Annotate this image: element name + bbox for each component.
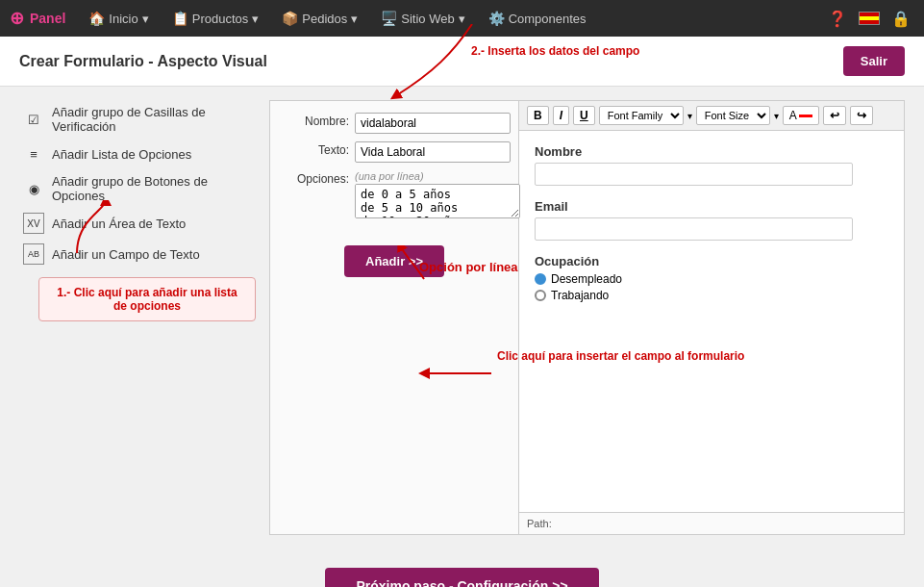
list-icon: ≡ — [23, 143, 44, 165]
radio-dot-trabajando — [535, 290, 546, 301]
textfield-icon: AB — [23, 243, 44, 265]
productos-icon: 📋 — [172, 11, 188, 26]
opciones-textarea[interactable]: de 0 a 5 años de 5 a 10 años de 10 a 20 … — [355, 184, 520, 218]
font-color-button[interactable]: A — [783, 106, 820, 125]
left-panel-annotation: 1.- Clic aquí para añadir una lista de o… — [38, 277, 256, 321]
undo-button[interactable]: ↩ — [823, 106, 846, 125]
arrow-subheader — [318, 24, 511, 101]
lock-icon[interactable]: 🔒 — [887, 6, 914, 32]
radio-group: Desempleado Trabajando — [535, 272, 888, 302]
add-annotation: Clic aquí para insertar el campo al form… — [497, 349, 744, 363]
italic-button[interactable]: I — [553, 106, 569, 125]
help-icon[interactable]: ❓ — [824, 6, 851, 32]
arrow-add — [366, 359, 520, 388]
center-panel: Nombre: Texto: Opciones: (una por línea)… — [269, 100, 519, 535]
add-radio-label: Añadir grupo de Botones de Opciones — [52, 174, 252, 203]
preview-nombre: Nombre — [535, 144, 888, 186]
nombre-label: Nombre: — [282, 113, 349, 128]
home-icon: 🏠 — [88, 11, 105, 26]
preview-ocupacion: Ocupación Desempleado Trabajando — [535, 254, 888, 302]
main-content: ☑ Añadir grupo de Casillas de Verificaci… — [0, 87, 924, 549]
pedidos-icon: 📦 — [282, 11, 298, 26]
bold-button[interactable]: B — [527, 106, 549, 125]
left-panel: ☑ Añadir grupo de Casillas de Verificaci… — [19, 100, 269, 535]
redo-button[interactable]: ↪ — [850, 106, 873, 125]
nav-inicio[interactable]: 🏠 Inicio ▾ — [79, 5, 158, 32]
checkbox-icon: ☑ — [23, 109, 44, 130]
radio-trabajando[interactable]: Trabajando — [535, 289, 888, 302]
nav-componentes-label: Componentes — [509, 12, 587, 26]
brand-logo: ⊕ Panel — [10, 8, 65, 29]
path-label: Path: — [527, 518, 552, 529]
add-list-label: Añadir Lista de Opciones — [52, 147, 191, 162]
texto-label: Texto: — [282, 141, 349, 157]
editor-toolbar: B I U Font Family ▾ Font Size ▾ A ↩ ↪ — [519, 101, 904, 131]
add-checkbox-group[interactable]: ☑ Añadir grupo de Casillas de Verificaci… — [19, 100, 256, 139]
editor-body: Nombre Email Ocupación Desempleado — [519, 131, 904, 512]
flag-icon — [859, 12, 880, 25]
chevron-font-family: ▾ — [687, 111, 692, 121]
bottom-bar: Próximo paso - Configuración >> — [0, 549, 924, 587]
add-list-options[interactable]: ≡ Añadir Lista de Opciones — [19, 139, 256, 169]
preview-nombre-label: Nombre — [535, 144, 888, 159]
logo-icon: ⊕ — [10, 8, 24, 29]
font-size-select[interactable]: Font Size — [696, 106, 770, 125]
opciones-label: Opciones: — [282, 170, 349, 186]
textarea-icon: XV — [23, 213, 44, 234]
preview-email-input[interactable] — [535, 217, 853, 241]
chevron-font-size: ▾ — [774, 111, 779, 121]
opciones-hint: (una por línea) — [355, 170, 520, 182]
arrow-opcion — [395, 245, 453, 284]
preview-email: Email — [535, 199, 888, 241]
radio-dot-desempleado — [535, 273, 546, 285]
add-checkbox-label: Añadir grupo de Casillas de Verificación — [52, 105, 252, 134]
page-title: Crear Formulario - Aspecto Visual — [19, 53, 267, 70]
editor-footer: Path: — [519, 512, 904, 534]
texto-input[interactable] — [355, 141, 511, 163]
radio-label-desempleado: Desempleado — [551, 272, 622, 286]
preview-ocupacion-label: Ocupación — [535, 254, 888, 268]
next-button[interactable]: Próximo paso - Configuración >> — [325, 568, 598, 587]
preview-email-label: Email — [535, 199, 888, 214]
underline-button[interactable]: U — [573, 106, 595, 125]
arrow-left-panel — [48, 200, 125, 258]
brand-label: Panel — [30, 11, 65, 26]
nav-inicio-chevron: ▾ — [142, 12, 149, 26]
salir-button[interactable]: Salir — [843, 46, 905, 76]
nav-productos-chevron: ▾ — [252, 12, 259, 26]
nav-productos[interactable]: 📋 Productos ▾ — [162, 5, 269, 32]
radio-desempleado[interactable]: Desempleado — [535, 272, 888, 286]
nav-productos-label: Productos — [192, 12, 249, 26]
font-family-select[interactable]: Font Family — [599, 106, 684, 125]
radio-icon: ◉ — [23, 178, 44, 199]
radio-label-trabajando: Trabajando — [551, 289, 609, 302]
nav-inicio-label: Inicio — [109, 12, 137, 26]
right-panel: B I U Font Family ▾ Font Size ▾ A ↩ ↪ No… — [519, 100, 905, 535]
nombre-input[interactable] — [355, 113, 511, 134]
preview-nombre-input[interactable] — [535, 163, 853, 186]
